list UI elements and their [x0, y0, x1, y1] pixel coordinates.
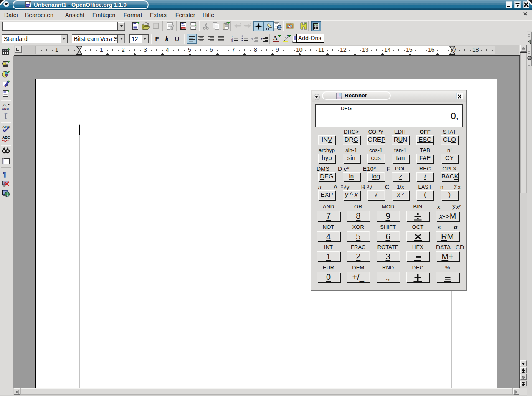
svg-text:¶: ¶ — [3, 171, 6, 178]
svg-text:ABC: ABC — [2, 135, 10, 140]
svg-text:ABC: ABC — [2, 125, 10, 129]
svg-text:A: A — [273, 35, 278, 41]
svg-text:ABC: ABC — [2, 107, 9, 111]
svg-text:3: 3 — [231, 40, 233, 42]
